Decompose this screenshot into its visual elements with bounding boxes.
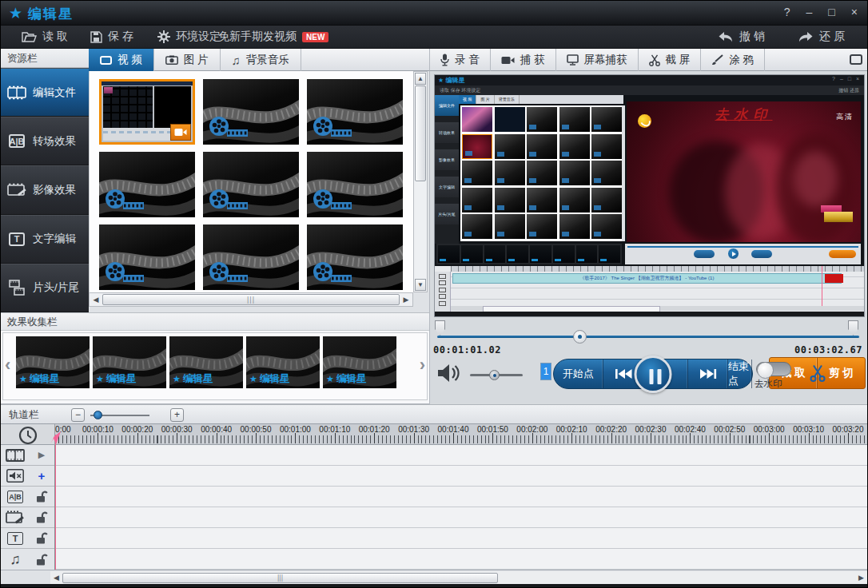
effects-scroll-left-button[interactable]: ‹ bbox=[5, 355, 10, 375]
track-play-icon[interactable]: ▶ bbox=[30, 450, 54, 460]
effect-thumbnail[interactable]: ★ 编辑星 bbox=[169, 336, 243, 388]
video-thumbnail[interactable] bbox=[203, 152, 299, 217]
save-button[interactable]: 保 存 bbox=[90, 30, 133, 44]
trim-end-marker[interactable] bbox=[848, 320, 858, 336]
redo-button[interactable]: 还 原 bbox=[798, 30, 845, 44]
remove-watermark-label: 去水印 bbox=[755, 378, 782, 390]
unlock-icon[interactable] bbox=[30, 491, 54, 503]
volume-slider[interactable] bbox=[470, 374, 523, 376]
video-thumbnail[interactable] bbox=[307, 152, 403, 217]
unlock-icon[interactable] bbox=[30, 532, 54, 544]
sidebar-item-label: 编辑文件 bbox=[33, 85, 76, 100]
timeline-horizontal-scrollbar[interactable]: ◀ ||| ▶ bbox=[1, 570, 867, 584]
timeline-zoom-knob[interactable] bbox=[94, 411, 102, 419]
video-thumbnail-selected[interactable] bbox=[99, 79, 195, 145]
effect-thumbnail[interactable]: ★ 编辑星 bbox=[323, 336, 396, 388]
volume-knob[interactable] bbox=[489, 370, 500, 380]
timeline-scroll-thumb[interactable]: ||| bbox=[62, 573, 498, 583]
pause-button[interactable] bbox=[635, 356, 672, 393]
overlay-track-icon bbox=[1, 511, 30, 525]
video-thumbnail[interactable] bbox=[203, 79, 299, 145]
tab-music[interactable]: ♫ 背景音乐 bbox=[221, 49, 301, 71]
tab-doodle[interactable]: 涂 鸦 bbox=[701, 49, 765, 71]
grid-vertical-scrollbar[interactable]: ▲ ▼ bbox=[413, 71, 428, 292]
sidebar-item-text-edit[interactable]: T 文字编辑 bbox=[1, 215, 89, 264]
maximize-button[interactable]: □ bbox=[828, 5, 834, 19]
speaker-icon[interactable] bbox=[436, 363, 460, 383]
minimize-button[interactable]: – bbox=[806, 5, 813, 19]
video-thumbnail[interactable] bbox=[99, 152, 195, 217]
star-icon: ★ bbox=[249, 374, 257, 384]
sidebar-item-video-effects[interactable]: 影像效果 bbox=[1, 165, 89, 214]
detach-preview-icon[interactable] bbox=[850, 54, 862, 65]
playhead-line[interactable] bbox=[55, 435, 56, 570]
unlock-icon[interactable] bbox=[30, 554, 54, 566]
track-icon-column: ▶ + A|B bbox=[1, 445, 55, 570]
sidebar-item-transitions[interactable]: A|B 转场效果 bbox=[1, 117, 89, 165]
remove-watermark-toggle[interactable] bbox=[756, 362, 791, 376]
main-toolbar: 读 取 保 存 环境设定 免新手期发视频 NEW 撤 销 还 原 bbox=[1, 26, 867, 49]
video-thumbnail[interactable] bbox=[307, 79, 403, 145]
total-time: 00:03:02.67 bbox=[794, 344, 862, 356]
end-point-button[interactable]: 结束点 bbox=[728, 360, 752, 388]
scroll-up-button[interactable]: ▲ bbox=[415, 73, 426, 85]
settings-label: 环境设定 bbox=[176, 30, 221, 44]
horizontal-scroll-thumb[interactable]: ||| bbox=[102, 294, 400, 305]
scroll-left-button[interactable]: ◀ bbox=[90, 293, 102, 306]
camera-icon bbox=[165, 55, 178, 65]
tab-screen-capture[interactable]: 屏幕捕获 bbox=[556, 49, 639, 71]
seek-bar[interactable] bbox=[437, 336, 859, 338]
tab-picture[interactable]: 图 片 bbox=[154, 49, 221, 71]
preview-sidebar-item: 编辑文件 bbox=[435, 95, 459, 116]
effects-scroll-right-button[interactable]: › bbox=[420, 355, 425, 375]
next-button[interactable] bbox=[688, 360, 728, 388]
tab-capture[interactable]: 捕 获 bbox=[491, 49, 556, 71]
settings-button[interactable]: 环境设定 bbox=[157, 30, 221, 44]
effect-thumbnail[interactable]: ★ 编辑星 bbox=[246, 336, 320, 388]
start-point-button[interactable]: 开始点 bbox=[554, 360, 603, 388]
app-window: ★ 编辑星 ? – □ × 读 取 保 存 环境设定 免新手期发视频 NEW 撤… bbox=[0, 0, 868, 588]
help-button[interactable]: ? bbox=[784, 5, 790, 19]
tab-record-label: 录 音 bbox=[455, 53, 480, 67]
film-reel-icon bbox=[104, 189, 145, 213]
video-preview[interactable]: ★ 编辑星 ? – □ × 读取 保存 环境设定撤销 还原 编辑文件转场效果影像… bbox=[434, 74, 865, 317]
effect-thumbnail[interactable]: ★ 编辑星 bbox=[16, 336, 90, 388]
ab-transition-icon: A|B bbox=[6, 133, 27, 150]
load-button[interactable]: 读 取 bbox=[22, 30, 68, 44]
video-thumbnail[interactable] bbox=[99, 224, 195, 290]
grid-horizontal-scrollbar[interactable]: ◀ ||| ▶ bbox=[89, 292, 413, 307]
grip-icon: ||| bbox=[247, 296, 255, 304]
trim-start-marker[interactable] bbox=[435, 320, 445, 336]
sidebar-item-edit-files[interactable]: 编辑文件 bbox=[1, 68, 89, 117]
counter-field[interactable]: 1 bbox=[540, 363, 551, 380]
close-button[interactable]: × bbox=[851, 5, 858, 19]
video-thumbnail[interactable] bbox=[307, 224, 403, 290]
promo-button[interactable]: 免新手期发视频 NEW bbox=[218, 30, 328, 44]
tab-record-audio[interactable]: 录 音 bbox=[430, 49, 491, 71]
effect-brand-label: 编辑星 bbox=[336, 372, 367, 386]
media-thumbnail-grid bbox=[89, 71, 413, 292]
vertical-scroll-thumb[interactable] bbox=[415, 85, 426, 181]
seek-knob[interactable] bbox=[573, 330, 587, 344]
media-tabbar: 视 频 图 片 ♫ 背景音乐 bbox=[89, 49, 429, 71]
video-thumbnail[interactable] bbox=[203, 224, 299, 290]
scroll-down-button[interactable]: ▼ bbox=[415, 279, 426, 291]
effect-thumbnail[interactable]: ★ 编辑星 bbox=[93, 336, 166, 388]
track-lanes[interactable] bbox=[55, 445, 867, 570]
zoom-out-button[interactable]: − bbox=[71, 408, 85, 422]
tab-screenshot[interactable]: 截 屏 bbox=[639, 49, 702, 71]
sidebar-item-intro-outro[interactable]: 片头/片尾 bbox=[1, 264, 89, 312]
effect-brand-label: 编辑星 bbox=[30, 372, 60, 386]
star-icon: ★ bbox=[326, 374, 334, 384]
timeline-scroll-left-button[interactable]: ◀ bbox=[50, 574, 62, 582]
add-track-icon[interactable]: + bbox=[30, 471, 54, 481]
timeline-scroll-right-button[interactable]: ▶ bbox=[855, 574, 867, 582]
undo-button[interactable]: 撤 销 bbox=[718, 30, 765, 44]
zoom-in-button[interactable]: + bbox=[170, 408, 184, 422]
grip-icon: ||| bbox=[277, 574, 283, 582]
trackbar-header: 轨道栏 − + bbox=[1, 404, 867, 424]
tab-video[interactable]: 视 频 bbox=[89, 49, 154, 71]
scroll-right-button[interactable]: ▶ bbox=[400, 293, 412, 306]
unlock-icon[interactable] bbox=[30, 511, 54, 523]
timeline-ruler[interactable]: 0:0000:00:1000:00:2000:00:3000:00:4000:0… bbox=[1, 424, 867, 445]
